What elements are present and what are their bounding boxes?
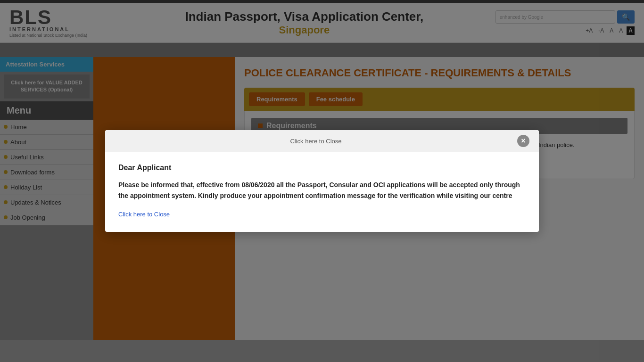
modal-overlay: Click here to Close × Dear Applicant Ple…: [0, 0, 644, 340]
modal-message: Please be informed that, effective from …: [118, 180, 526, 201]
modal-close-x-button[interactable]: ×: [517, 135, 529, 147]
modal-greeting: Dear Applicant: [118, 164, 526, 172]
modal-body: Dear Applicant Please be informed that, …: [105, 152, 539, 232]
modal-close-bottom-link[interactable]: Click here to Close: [118, 211, 170, 218]
modal-top-bar: Click here to Close ×: [105, 130, 539, 152]
modal-close-top-button[interactable]: Click here to Close: [290, 138, 341, 145]
modal: Click here to Close × Dear Applicant Ple…: [105, 130, 539, 232]
